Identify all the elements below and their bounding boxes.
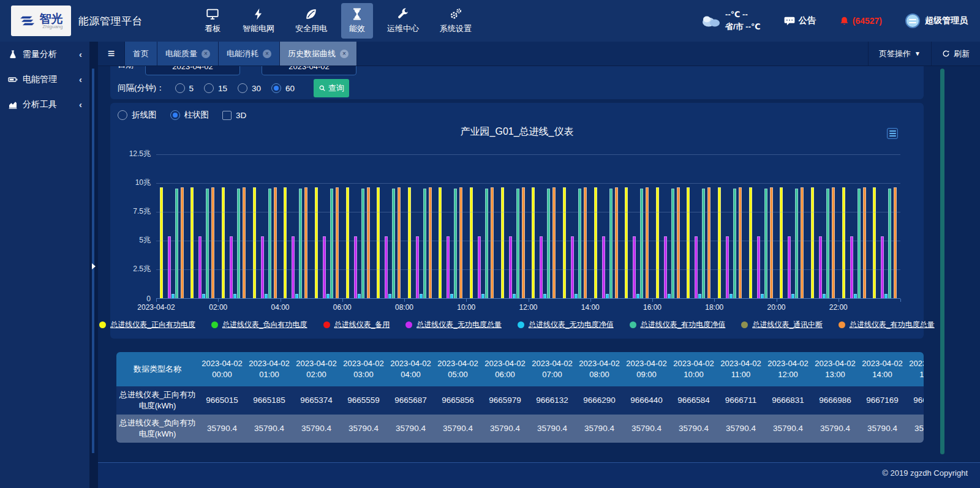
bar-总进线仪表_无功电度总量	[788, 236, 791, 299]
bar-总进线仪表_正向有功电度	[408, 187, 411, 299]
bar-总进线仪表_有功电度净值	[237, 189, 240, 299]
bar-总进线仪表_有功电度净值	[330, 189, 333, 299]
chart-type-option-折线图[interactable]: 折线图	[118, 110, 157, 121]
table-cell-value: 9666132	[529, 386, 576, 415]
menu-toggle-icon[interactable]: ≡	[98, 42, 125, 66]
interval-option-5[interactable]: 5	[175, 83, 194, 93]
bar-总进线仪表_正向有功电度	[346, 187, 349, 299]
bar-group	[529, 155, 560, 299]
bar-group	[869, 155, 900, 299]
bar-总进线仪表_有功电度总量	[863, 187, 866, 299]
logo: 智光 Zhiguang	[11, 6, 71, 36]
interval-option-30[interactable]: 30	[238, 83, 261, 93]
nav-item-energy-efficiency[interactable]: 能效	[341, 3, 373, 39]
interval-option-15[interactable]: 15	[204, 83, 227, 93]
bar-总进线仪表_正向有功电度	[842, 187, 845, 299]
bar-总进线仪表_有功电度总量	[615, 187, 618, 299]
interval-option-60[interactable]: 60	[271, 83, 295, 93]
table-row-label: 总进线仪表_负向有功电度(kWh)	[116, 415, 198, 443]
bar-总进线仪表_有功电度总量	[522, 187, 525, 299]
bar-group	[218, 155, 249, 299]
collapse-arrow-icon[interactable]	[92, 263, 96, 269]
bar-group	[373, 155, 404, 299]
chart-title: 产业园_G01_总进线_仪表	[110, 126, 924, 138]
radio-icon[interactable]	[238, 83, 247, 93]
interval-row: 间隔(分钟)： 5153060 查询	[118, 79, 349, 97]
radio-icon[interactable]	[170, 110, 180, 120]
bar-总进线仪表_有功电度总量	[429, 187, 432, 299]
bar-总进线仪表_正向有功电度	[594, 187, 597, 299]
legend-item[interactable]: 总进线仪表_通讯中断	[741, 320, 823, 330]
bolt-icon	[252, 7, 265, 21]
table-header-time: 2023-04-02 04:00	[387, 352, 434, 386]
leaf-icon	[304, 7, 318, 21]
checkbox-icon[interactable]	[222, 111, 232, 120]
sidebar-item-analysis-tools[interactable]: 分析工具‹	[0, 92, 89, 117]
bar-总进线仪表_无功电度总量	[819, 236, 822, 299]
y-axis-tick: 10兆	[135, 178, 151, 188]
search-button[interactable]: 查询	[314, 79, 349, 97]
alarm-button[interactable]: (64527)	[839, 16, 882, 26]
tab-actions-dropdown[interactable]: 页签操作▼	[868, 42, 931, 66]
x-axis-label: 04:00	[271, 303, 289, 312]
tab-首页[interactable]: 首页	[125, 42, 157, 66]
legend-item[interactable]: 总进线仪表_负向有功电度	[211, 320, 307, 330]
bar-总进线仪表_有功电度净值	[609, 189, 612, 299]
legend-item[interactable]: 总进线仪表_备用	[323, 320, 390, 330]
tab-电能消耗[interactable]: 电能消耗×	[219, 42, 280, 66]
chart-type-option-3D[interactable]: 3D	[222, 111, 246, 120]
chart-type-controls: 折线图柱状图3D	[118, 110, 246, 121]
bar-总进线仪表_无功电度总量	[447, 236, 450, 299]
table-header-time: 2023-04-02 14:00	[859, 352, 906, 386]
announcement-button[interactable]: 公告	[784, 15, 816, 26]
radio-icon[interactable]	[118, 110, 127, 120]
nav-item-ops-center[interactable]: 运维中心	[380, 3, 426, 39]
y-axis-tick: 2.5兆	[133, 264, 151, 274]
chevron-left-icon: ‹	[79, 100, 82, 109]
user-menu[interactable]: 超级管理员	[905, 13, 968, 28]
bar-总进线仪表_无功电度总量	[168, 236, 171, 299]
radio-icon[interactable]	[175, 83, 185, 93]
legend-item[interactable]: 总进线仪表_无功电度总量	[405, 320, 502, 330]
bar-总进线仪表_有功电度总量	[274, 187, 277, 299]
nav-item-smart-grid[interactable]: 智能电网	[236, 3, 281, 39]
sidebar-item-energy-management[interactable]: 电能管理‹	[0, 67, 89, 92]
chart-context-menu-icon[interactable]	[887, 128, 898, 139]
legend-item[interactable]: 总进线仪表_有功电度净值	[630, 320, 726, 330]
tab-电能质量[interactable]: 电能质量×	[157, 42, 219, 66]
bar-总进线仪表_有功电度净值	[454, 189, 457, 299]
nav-item-safe-power[interactable]: 安全用电	[288, 3, 334, 39]
vertical-scrollbar[interactable]	[940, 69, 944, 454]
bar-group	[466, 155, 497, 299]
radio-icon[interactable]	[271, 83, 281, 93]
bar-总进线仪表_有功电度净值	[423, 189, 426, 299]
tab-bar: ≡首页电能质量×电能消耗×历史数据曲线×页签操作▼刷新	[98, 42, 980, 66]
bar-总进线仪表_有功电度总量	[646, 187, 649, 299]
bar-group	[714, 155, 745, 299]
bar-总进线仪表_有功电度总量	[739, 187, 742, 299]
legend-item[interactable]: 总进线仪表_有功电度总量	[839, 320, 935, 330]
tab-历史数据曲线[interactable]: 历史数据曲线×	[280, 42, 357, 66]
radio-icon[interactable]	[204, 83, 214, 93]
table-cell-value: 9665374	[293, 386, 340, 415]
bar-group	[187, 155, 219, 299]
legend-item[interactable]: 总进线仪表_无功电度净值	[518, 320, 614, 330]
table-cell-value: 9665015	[198, 386, 246, 415]
chevron-left-icon: ‹	[79, 50, 82, 59]
user-name: 超级管理员	[925, 15, 968, 26]
bar-group	[342, 155, 374, 299]
legend-item[interactable]: 总进线仪表_正向有功电度	[99, 320, 195, 330]
tab-close-icon[interactable]: ×	[340, 50, 349, 58]
sidebar-scrollbar[interactable]	[92, 69, 94, 453]
nav-item-system-settings[interactable]: 系统设置	[433, 3, 478, 39]
refresh-button[interactable]: 刷新	[931, 42, 980, 66]
bar-总进线仪表_无功电度总量	[230, 236, 233, 299]
tab-close-icon[interactable]: ×	[202, 50, 210, 58]
nav-item-dashboard[interactable]: 看板	[197, 3, 228, 39]
table-row: 总进线仪表_正向有功电度(kWh)96650159665185966537496…	[116, 386, 924, 415]
sidebar-item-demand-analysis[interactable]: 需量分析‹	[0, 42, 89, 67]
hourglass-icon	[350, 7, 364, 21]
chart-type-option-柱状图[interactable]: 柱状图	[170, 110, 209, 121]
tab-close-icon[interactable]: ×	[263, 50, 271, 58]
table-cell-value: 35790.4	[340, 415, 387, 443]
